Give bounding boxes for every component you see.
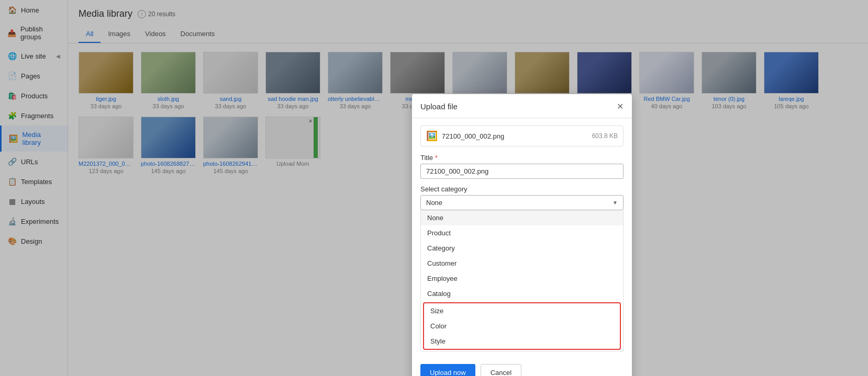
highlighted-options-group: Size Color Style [423, 302, 621, 350]
modal-footer: Upload now Cancel [412, 359, 632, 376]
file-name: 72100_000_002.png [442, 132, 588, 140]
category-select[interactable]: None ▼ [420, 195, 624, 210]
title-label: Title * [420, 154, 624, 162]
upload-modal: Upload file ✕ 🖼️ 72100_000_002.png 603.8… [412, 94, 632, 376]
category-label: Select category [420, 185, 624, 193]
category-dropdown: None Product Category Customer Employee … [420, 210, 624, 351]
dropdown-option-catalog[interactable]: Catalog [421, 286, 623, 301]
file-size: 603.8 KB [592, 132, 618, 140]
dropdown-option-none[interactable]: None [421, 210, 623, 225]
required-indicator: * [435, 154, 438, 162]
cancel-button[interactable]: Cancel [481, 364, 521, 376]
category-selected-value: None [426, 199, 442, 207]
dropdown-option-category[interactable]: Category [421, 241, 623, 256]
title-input[interactable] [420, 164, 624, 179]
modal-overlay[interactable]: Upload file ✕ 🖼️ 72100_000_002.png 603.8… [0, 0, 868, 376]
dropdown-option-product[interactable]: Product [421, 225, 623, 241]
modal-header: Upload file ✕ [412, 94, 632, 118]
modal-close-button[interactable]: ✕ [617, 101, 624, 111]
modal-title: Upload file [420, 102, 458, 111]
chevron-down-icon: ▼ [613, 200, 618, 206]
file-upload-area: 🖼️ 72100_000_002.png 603.8 KB [420, 126, 624, 146]
dropdown-option-color[interactable]: Color [424, 318, 620, 334]
dropdown-option-size[interactable]: Size [424, 303, 620, 318]
dropdown-option-style[interactable]: Style [424, 334, 620, 349]
modal-body: 🖼️ 72100_000_002.png 603.8 KB Title * Se… [412, 118, 632, 359]
dropdown-option-customer[interactable]: Customer [421, 256, 623, 271]
file-icon: 🖼️ [426, 130, 438, 142]
dropdown-option-employee[interactable]: Employee [421, 271, 623, 286]
upload-now-button[interactable]: Upload now [420, 364, 475, 376]
